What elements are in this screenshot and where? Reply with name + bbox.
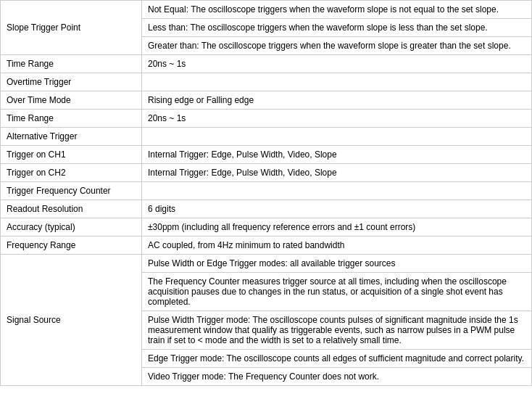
cell-value: Pulse Width or Edge Trigger modes: all a… [142,255,531,273]
cell-value: Internal Trigger: Edge, Pulse Width, Vid… [142,146,532,163]
cell-value [142,73,532,91]
table-row: Time Range20ns ~ 1s [1,55,532,73]
cell-label: Signal Source [1,255,142,385]
cell-value: Internal Trigger: Edge, Pulse Width, Vid… [142,164,532,181]
cell-label: Overtime Trigger [1,73,142,91]
cell-label: Trigger Frequency Counter [1,182,142,200]
table-row: Trigger on CH1Internal Trigger: Edge, Pu… [1,146,532,164]
cell-label: Time Range [1,110,142,127]
specs-table: Slope Trigger PointNot Equal: The oscill… [0,0,532,386]
table-row: Frequency RangeAC coupled, from 4Hz mini… [1,237,532,255]
table-row: Time Range20ns ~ 1s [1,110,532,128]
table-row: Slope Trigger PointNot Equal: The oscill… [1,1,532,55]
cell-value: Rising edge or Falling edge [142,91,532,109]
table-row: Trigger Frequency Counter [1,182,532,200]
cell-value: Video Trigger mode: The Frequency Counte… [142,368,531,385]
table-row: Readout Resolution6 digits [1,200,532,218]
table-row: Signal SourcePulse Width or Edge Trigger… [1,255,532,386]
cell-value: 6 digits [142,200,532,218]
cell-label: Over Time Mode [1,91,142,109]
cell-label: Alternative Trigger [1,128,142,145]
cell-label: Slope Trigger Point [1,1,142,54]
cell-value [142,128,532,145]
cell-multi-right: Not Equal: The oscilloscope triggers whe… [142,1,532,54]
cell-label: Trigger on CH2 [1,164,142,181]
table-row: Alternative Trigger [1,128,532,146]
cell-value: AC coupled, from 4Hz minimum to rated ba… [142,237,532,254]
cell-value: The Frequency Counter measures trigger s… [142,273,531,311]
cell-label: Frequency Range [1,237,142,254]
cell-value: 20ns ~ 1s [142,110,532,127]
cell-value: 20ns ~ 1s [142,55,532,73]
table-row: Overtime Trigger [1,73,532,91]
cell-value [142,182,532,200]
cell-label: Accuracy (typical) [1,218,142,236]
cell-label: Readout Resolution [1,200,142,218]
cell-value: ±30ppm (including all frequency referenc… [142,218,532,236]
cell-label: Trigger on CH1 [1,146,142,163]
cell-value: Not Equal: The oscilloscope triggers whe… [142,1,531,19]
cell-value: Less than: The oscilloscope triggers whe… [142,19,531,37]
cell-value: Edge Trigger mode: The oscilloscope coun… [142,350,531,368]
cell-value: Pulse Width Trigger mode: The oscillosco… [142,311,531,350]
cell-multi-right: Pulse Width or Edge Trigger modes: all a… [142,255,532,385]
table-row: Trigger on CH2Internal Trigger: Edge, Pu… [1,164,532,182]
table-row: Over Time ModeRising edge or Falling edg… [1,91,532,110]
cell-label: Time Range [1,55,142,73]
cell-value: Greater than: The oscilloscope triggers … [142,37,531,54]
table-row: Accuracy (typical)±30ppm (including all … [1,218,532,237]
